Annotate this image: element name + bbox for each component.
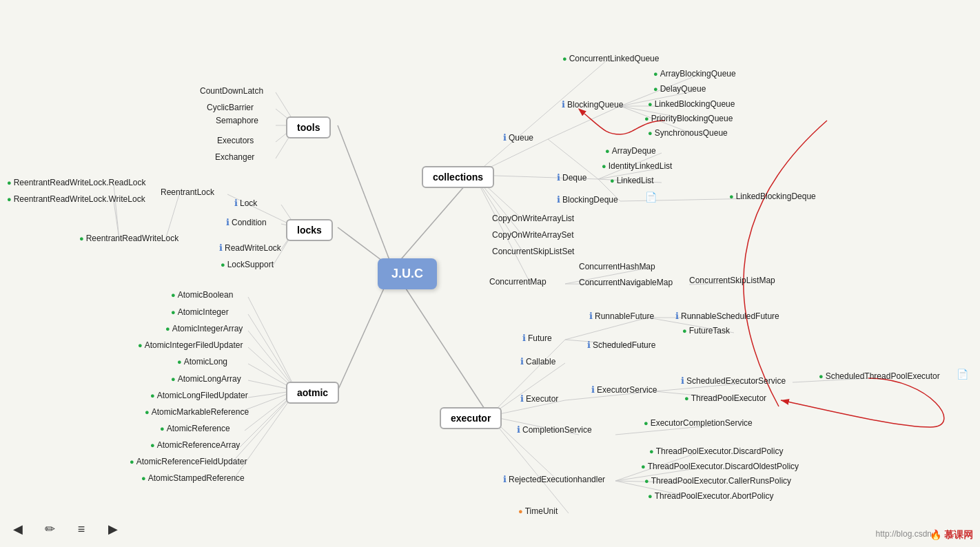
node-condition: Condition: [226, 217, 267, 227]
category-aotmic: aotmic: [286, 382, 339, 404]
node-readlock: ReentrantReadWriteLock.ReadLock: [7, 178, 146, 187]
back-button[interactable]: ◀: [7, 518, 29, 540]
node-copyonwritearrayset: CopyOnWriteArraySet: [492, 230, 573, 240]
svg-line-16: [114, 185, 119, 240]
node-atomiclong: AtomicLong: [177, 357, 227, 367]
svg-line-19: [248, 314, 296, 391]
node-executorservice: ExecutorService: [591, 384, 657, 395]
svg-line-3: [393, 175, 474, 269]
node-deque: Deque: [557, 172, 586, 183]
node-reentrantlock: ReentrantLock: [161, 187, 214, 197]
node-rejectedexecutionhandler: RejectedExecutionhandler: [503, 474, 605, 484]
svg-line-29: [233, 391, 296, 480]
node-linkedlist: LinkedList: [610, 176, 654, 185]
node-callable: Callable: [520, 356, 555, 367]
node-locksupport: LockSupport: [221, 260, 274, 269]
logo: 🔥 慕课网: [930, 529, 973, 541]
category-tools-label: tools: [297, 122, 320, 133]
node-executorcompletionservice: ExecutorCompletionService: [644, 418, 753, 428]
node-atomiclongfiledupdater: AtomicLongFiledUpdater: [150, 391, 248, 400]
node-atomicmarkablereference: AtomicMarkableReference: [145, 407, 249, 417]
node-timeunit: TimeUnit: [518, 506, 558, 516]
svg-line-32: [474, 61, 606, 175]
node-scheduledexecutorservice: ScheduledExecutorService: [681, 375, 786, 386]
node-future: Future: [522, 333, 552, 343]
node-identitylinkedlist: IdentityLinkedList: [602, 161, 672, 171]
node-discardpolicy: ThreadPoolExecutor.DiscardPolicy: [649, 446, 783, 456]
svg-line-4: [393, 269, 489, 416]
svg-line-37: [548, 106, 620, 139]
category-executor-label: executor: [451, 413, 491, 424]
notes-button[interactable]: ≡: [70, 518, 92, 540]
node-runnablefuture: RunnableFuture: [589, 311, 654, 321]
node-completionservice: CompletionService: [517, 424, 592, 435]
node-semaphore: Semaphore: [216, 116, 258, 125]
category-collections: collections: [422, 166, 494, 188]
category-executor: executor: [440, 407, 502, 429]
edit-button[interactable]: ✏: [39, 518, 61, 540]
node-threadpoolexecutor: ThreadPoolExecutor: [684, 393, 766, 403]
node-atomiclongarray: AtomicLongArray: [171, 374, 241, 384]
category-aotmic-label: aotmic: [297, 387, 328, 398]
node-blockingqueue: BlockingQueue: [562, 99, 623, 110]
node-synchronousqueue: SynchronousQueue: [648, 128, 728, 138]
node-arrayblockingqueue: ArrayBlockingQueue: [653, 69, 736, 79]
node-concurrentmap: ConcurrentMap: [489, 277, 547, 287]
node-linkedblockingqueue: LinkedBlockingQueue: [648, 99, 735, 109]
node-atomicintegerfiledupdater: AtomicIntegerFiledUpdater: [138, 340, 243, 350]
node-futuretask: FutureTask: [682, 326, 730, 336]
node-lock: Lock: [234, 198, 257, 208]
toolbar: ◀ ✏ ≡ ▶: [7, 518, 124, 540]
node-scheduledthreadpoolexecutor: ScheduledThreadPoolExecutor: [819, 371, 940, 381]
node-concurrentnavigablemap: ConcurrentNavigableMap: [579, 278, 673, 287]
node-delayqueue: DelayQueue: [653, 84, 706, 94]
node-copyonwritearraylist: CopyOnWriteArrayList: [492, 214, 574, 223]
node-atomicstampedreference: AtomicStampedReference: [141, 473, 245, 483]
svg-line-18: [248, 297, 296, 391]
node-arraydeque: ArrayDeque: [605, 146, 656, 156]
node-atomicinteger: AtomicInteger: [171, 307, 229, 317]
node-atomicintegerarray: AtomicIntegerArray: [165, 324, 243, 333]
node-atomicreferencearray: AtomicReferenceArray: [150, 440, 240, 450]
center-label: J.U.C: [391, 267, 423, 281]
node-cyclicbarrier: CyclicBarrier: [207, 103, 254, 112]
forward-button[interactable]: ▶: [102, 518, 124, 540]
node-priorityblockingqueue: PriorityBlockingQueue: [644, 114, 733, 123]
node-atomicreferencefieldupdater: AtomicReferenceFieldUpdater: [130, 457, 247, 466]
category-collections-label: collections: [433, 172, 483, 183]
node-readwritelock: ReadWriteLock: [219, 242, 281, 253]
node-reentrantrwlock: ReentrantReadWriteLock: [79, 234, 178, 243]
node-concurrentskiplistset: ConcurrentSkipListSet: [492, 247, 574, 256]
node-atomicboolean: AtomicBoolean: [171, 290, 233, 300]
category-locks-label: locks: [297, 225, 322, 236]
category-tools: tools: [286, 116, 331, 138]
svg-line-36: [474, 175, 531, 284]
node-atomicreference: AtomicReference: [160, 424, 230, 433]
node-discardoldestpolicy: ThreadPoolExecutor.DiscardOldestPolicy: [641, 462, 799, 471]
node-abortpolicy: ThreadPoolExecutor.AbortPolicy: [648, 491, 773, 501]
node-runnablescheduledfuture: RunnableScheduledFuture: [675, 311, 779, 321]
node-blockingdeque: BlockingDeque: [557, 194, 618, 205]
category-locks: locks: [286, 219, 333, 241]
diagram-container: J.U.C tools locks aotmic collections exe…: [0, 0, 980, 547]
node-writelock: ReentrantReadWriteLock.WriteLock: [7, 194, 145, 204]
node-concurrentskiplistmap: ConcurrentSkipListMap: [689, 276, 775, 285]
svg-line-52: [489, 340, 565, 416]
node-concurrenthashmap: ConcurrentHashMap: [579, 262, 655, 271]
node-queue: Queue: [503, 132, 533, 143]
node-linkedblockingdeque: LinkedBlockingDeque: [729, 192, 816, 201]
node-scheduledfuture: ScheduledFuture: [587, 340, 655, 350]
node-countdownlatch: CountDownLatch: [200, 86, 263, 96]
svg-line-0: [338, 125, 393, 269]
center-node: J.U.C: [378, 258, 437, 289]
node-exchanger: Exchanger: [215, 152, 254, 162]
node-executors: Executors: [217, 136, 254, 145]
node-concurrentlinkedqueue: ConcurrentLinkedQueue: [562, 54, 659, 63]
node-callerrunspolicy: ThreadPoolExecutor.CallerRunsPolicy: [644, 476, 791, 486]
node-executor: Executor: [520, 393, 558, 404]
